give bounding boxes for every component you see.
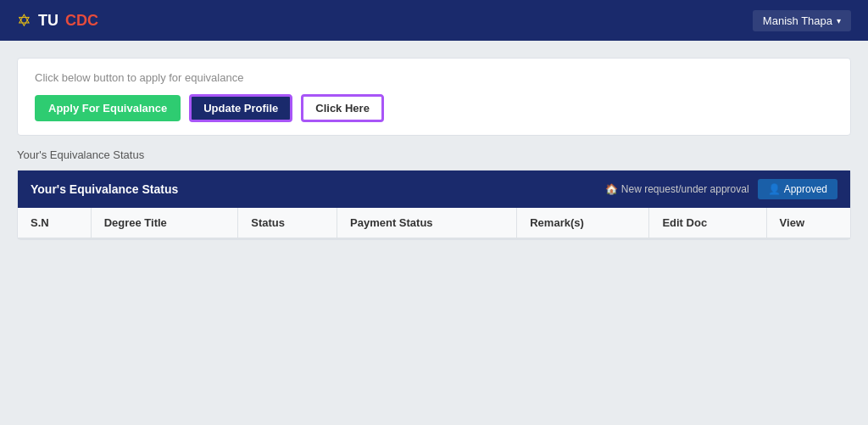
status-header: Your's Equivalance Status 🏠 New request/… bbox=[18, 171, 850, 208]
col-sn: S.N bbox=[18, 208, 91, 238]
status-card: Your's Equivalance Status 🏠 New request/… bbox=[17, 170, 851, 240]
user-menu[interactable]: Manish Thapa ▾ bbox=[753, 10, 851, 31]
update-profile-button[interactable]: Update Profile bbox=[189, 94, 292, 122]
status-section-title: Your's Equivalance Status bbox=[17, 148, 851, 161]
button-row: Apply For Equivalance Update Profile Cli… bbox=[35, 94, 833, 122]
user-name: Manish Thapa bbox=[763, 14, 832, 27]
navbar-title-cdc: CDC bbox=[65, 12, 98, 30]
new-request-link[interactable]: 🏠 New request/under approval bbox=[605, 183, 749, 195]
col-degree-title: Degree Title bbox=[91, 208, 238, 238]
col-remarks: Remark(s) bbox=[517, 208, 649, 238]
status-header-title: Your's Equivalance Status bbox=[31, 182, 178, 196]
col-edit-doc: Edit Doc bbox=[649, 208, 766, 238]
apply-card: Click below button to apply for equivala… bbox=[17, 58, 851, 136]
new-request-label: New request/under approval bbox=[621, 183, 749, 195]
navbar-brand: ✡ TU CDC bbox=[17, 10, 98, 31]
approved-button[interactable]: 👤 Approved bbox=[758, 179, 837, 199]
equivalance-table: S.N Degree Title Status Payment Status R… bbox=[18, 208, 850, 239]
chevron-down-icon: ▾ bbox=[837, 16, 841, 25]
apply-equivalance-button[interactable]: Apply For Equivalance bbox=[35, 95, 181, 121]
status-header-actions: 🏠 New request/under approval 👤 Approved bbox=[605, 179, 837, 199]
table-header-row: S.N Degree Title Status Payment Status R… bbox=[18, 208, 850, 238]
home-icon: 🏠 bbox=[605, 183, 618, 195]
col-payment-status: Payment Status bbox=[337, 208, 517, 238]
person-icon: 👤 bbox=[768, 183, 781, 195]
star-logo-icon: ✡ bbox=[17, 10, 31, 31]
col-status: Status bbox=[238, 208, 337, 238]
col-view: View bbox=[766, 208, 850, 238]
navbar-title-tu: TU bbox=[38, 12, 58, 30]
main-content: Click below button to apply for equivala… bbox=[0, 41, 868, 257]
click-here-button[interactable]: Click Here bbox=[301, 94, 384, 122]
navbar: ✡ TU CDC Manish Thapa ▾ bbox=[0, 0, 868, 41]
status-section: Your's Equivalance Status Your's Equival… bbox=[17, 148, 851, 240]
approved-label: Approved bbox=[784, 183, 827, 195]
apply-hint: Click below button to apply for equivala… bbox=[35, 71, 833, 84]
